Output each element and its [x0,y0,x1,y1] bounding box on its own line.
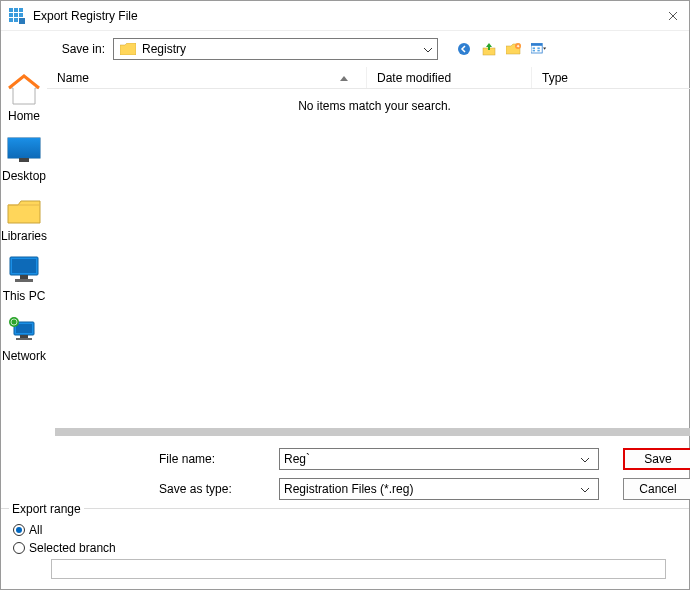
svg-rect-0 [9,8,13,12]
chevron-down-icon [576,452,594,466]
place-label: Libraries [1,229,47,243]
file-list: Name Date modified Type No items match y… [47,67,690,508]
libraries-icon [4,193,44,227]
export-registry-dialog: Export Registry File Save in: Registry ✦ [0,0,690,590]
titlebar: Export Registry File [1,1,689,31]
horizontal-scrollbar[interactable] [55,428,690,436]
bottom-fields: File name: Reg` Save Save as type: Regis… [47,446,690,508]
window-title: Export Registry File [33,9,665,23]
svg-rect-4 [14,13,18,17]
radio-icon [13,524,25,536]
column-date-modified[interactable]: Date modified [367,67,532,88]
svg-rect-25 [15,279,33,282]
savein-label: Save in: [1,42,113,56]
view-menu-icon[interactable] [531,41,547,57]
radio-icon [13,542,25,554]
radio-selected-branch[interactable]: Selected branch [13,541,679,555]
branch-path-input[interactable] [51,559,666,579]
places-bar: Home Desktop Libraries This PC [1,67,47,508]
svg-rect-21 [19,158,29,162]
folder-icon [120,43,136,55]
svg-point-9 [458,43,470,55]
toolbar: ✦ [456,41,547,57]
place-desktop[interactable]: Desktop [1,133,47,183]
svg-rect-1 [14,8,18,12]
place-label: Network [2,349,46,363]
home-icon [4,73,44,107]
savein-dropdown[interactable]: Registry [113,38,438,60]
svg-rect-3 [9,13,13,17]
svg-rect-17 [533,50,535,52]
place-thispc[interactable]: This PC [1,253,47,303]
place-home[interactable]: Home [1,73,47,123]
svg-rect-8 [19,18,25,24]
column-type[interactable]: Type [532,67,690,88]
file-list-body[interactable]: No items match your search. [47,89,690,428]
svg-rect-7 [14,18,18,22]
place-libraries[interactable]: Libraries [1,193,47,243]
saveas-dropdown[interactable]: Registration Files (*.reg) [279,478,599,500]
desktop-icon [4,133,44,167]
close-button[interactable] [665,8,681,24]
place-network[interactable]: Network [1,313,47,363]
svg-rect-5 [19,13,23,17]
place-label: This PC [3,289,46,303]
svg-rect-23 [12,259,36,273]
svg-rect-18 [537,50,539,52]
svg-rect-24 [20,275,28,279]
thispc-icon [4,253,44,287]
svg-rect-29 [16,338,32,340]
savein-value: Registry [142,42,419,56]
svg-point-30 [9,317,19,327]
radio-all[interactable]: All [13,523,679,537]
chevron-down-icon [576,482,594,496]
export-range-legend: Export range [9,502,84,516]
svg-rect-28 [20,335,28,338]
back-icon[interactable] [456,41,472,57]
svg-rect-2 [19,8,23,12]
chevron-down-icon [419,42,437,56]
saveas-value: Registration Files (*.reg) [284,482,576,496]
filename-input[interactable]: Reg` [279,448,599,470]
svg-rect-14 [531,43,542,45]
middle-area: Home Desktop Libraries This PC [1,67,689,508]
column-headers: Name Date modified Type [47,67,690,89]
empty-message: No items match your search. [298,99,451,113]
network-icon [4,313,44,347]
savein-row: Save in: Registry ✦ [1,31,689,67]
place-label: Desktop [2,169,46,183]
svg-rect-15 [533,47,535,49]
column-name[interactable]: Name [47,67,367,88]
filename-label: File name: [159,452,279,466]
svg-rect-27 [16,324,32,333]
svg-rect-20 [8,138,40,158]
save-button[interactable]: Save [623,448,690,470]
saveas-label: Save as type: [159,482,279,496]
sort-ascending-icon [340,73,348,83]
svg-rect-16 [537,47,539,49]
export-range-group: Export range All Selected branch [1,508,689,589]
filename-value: Reg` [284,452,576,466]
svg-rect-6 [9,18,13,22]
cancel-button[interactable]: Cancel [623,478,690,500]
regedit-icon [9,8,25,24]
new-folder-icon[interactable]: ✦ [506,41,522,57]
up-one-level-icon[interactable] [481,41,497,57]
place-label: Home [8,109,40,123]
svg-text:✦: ✦ [516,43,520,49]
